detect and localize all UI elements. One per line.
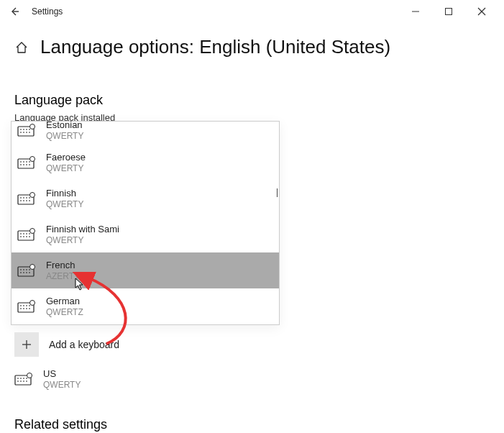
minimize-icon [411,7,420,16]
close-button[interactable] [465,1,498,22]
svg-rect-2 [446,9,452,15]
language-pack-heading: Language pack [14,93,490,108]
svg-point-24 [30,265,35,270]
svg-point-34 [27,373,32,378]
keyboard-name: Finnish with Sami [46,224,119,235]
keyboard-layout: QWERTY [43,380,81,390]
svg-point-16 [30,193,35,198]
svg-point-8 [30,124,35,129]
keyboard-layout: QWERTY [46,131,83,141]
maximize-button[interactable] [432,1,465,22]
keyboard-icon [17,123,36,137]
keyboard-icon [14,372,33,386]
keyboard-option[interactable]: Finnish QWERTY [12,181,279,216]
add-keyboard-button[interactable]: Add a keyboard [14,332,119,357]
page-title: Language options: English (United States… [40,36,390,58]
home-icon [15,41,28,54]
keyboard-icon [17,263,36,278]
page-header: Language options: English (United States… [0,23,504,64]
window-title: Settings [32,6,63,17]
maximize-icon [444,7,453,16]
keyboard-option[interactable]: Estonian QWERTY [12,121,279,145]
related-settings-heading: Related settings [14,417,107,432]
text-caret [277,188,278,197]
keyboard-option[interactable]: Faeroese QWERTY [12,145,279,181]
keyboard-name: Faeroese [46,152,86,163]
add-keyboard-label: Add a keyboard [49,339,119,350]
keyboard-option-selected[interactable]: French AZERTY [12,252,279,288]
installed-keyboard-item[interactable]: US QWERTY [14,368,81,390]
home-button[interactable] [14,40,29,55]
back-arrow-icon [9,6,20,17]
plus-box [14,332,39,357]
keyboard-layout: AZERTY [46,271,80,281]
keyboard-layout: QWERTY [46,199,83,209]
keyboard-layout: QWERTY [46,235,119,245]
svg-point-28 [30,301,35,306]
keyboard-option[interactable]: German QWERTZ [12,288,279,324]
keyboard-picker-dropdown[interactable]: Estonian QWERTY Faeroese QWERTY [11,121,280,325]
keyboard-name: Finnish [46,188,83,199]
svg-point-20 [30,229,35,234]
back-button[interactable] [6,3,23,20]
svg-point-12 [30,157,35,162]
titlebar: Settings [0,0,504,23]
keyboard-icon [17,155,36,170]
keyboard-name: US [43,368,81,380]
keyboard-icon [17,227,36,242]
close-icon [477,7,486,16]
keyboard-name: German [46,296,83,307]
plus-icon [21,339,32,350]
language-pack-section: Language pack Language pack installed [0,93,504,123]
keyboard-name: Estonian [46,121,83,131]
keyboard-option[interactable]: Finnish with Sami QWERTY [12,216,279,252]
keyboard-name: French [46,260,80,271]
keyboard-layout: QWERTY [46,163,86,173]
minimize-button[interactable] [399,1,432,22]
keyboard-icon [17,191,36,206]
keyboard-layout: QWERTZ [46,307,83,317]
keyboard-icon [17,299,36,314]
